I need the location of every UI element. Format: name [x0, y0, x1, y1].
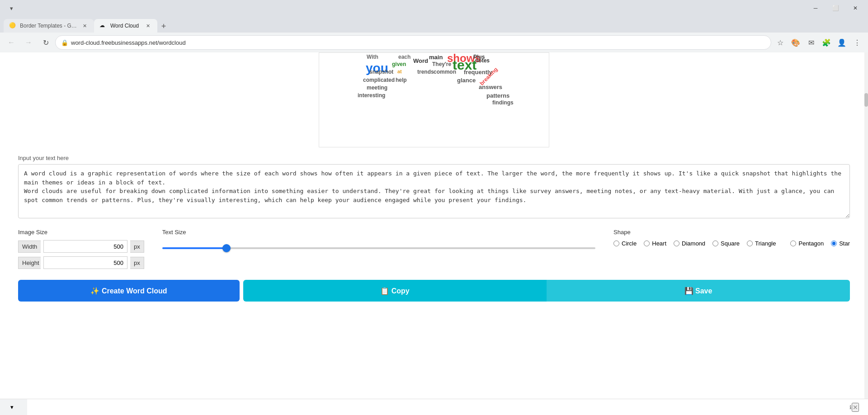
tab-word-cloud[interactable]: ☁ Word Cloud ✕ — [94, 19, 157, 33]
buttons-section: ✨ Create Word Cloud 📋 Copy 💾 Save — [18, 280, 850, 311]
bottom-bar: ▾ ℹ ✕ — [0, 399, 868, 415]
shape-radio-square[interactable] — [712, 241, 718, 246]
width-label: Width — [18, 241, 41, 253]
mail-icon-button[interactable]: ✉ — [804, 35, 818, 50]
width-input[interactable] — [43, 240, 127, 253]
reload-button[interactable]: ↻ — [38, 35, 53, 50]
new-tab-button[interactable]: + — [157, 20, 170, 33]
shape-option-circle[interactable]: Circle — [613, 240, 637, 247]
word-patterns: patterns — [486, 92, 509, 99]
maximize-button[interactable]: ⬜ — [826, 0, 844, 16]
shape-label-square: Square — [721, 240, 740, 247]
word-notes: notes — [475, 57, 490, 64]
save-button[interactable]: 💾 Save — [547, 280, 850, 302]
shape-radio-circle[interactable] — [613, 241, 619, 246]
shape-radio-pentagon[interactable] — [790, 241, 796, 246]
save-label: 💾 Save — [684, 287, 712, 295]
word-word: Word — [413, 57, 428, 64]
text-size-title: Text Size — [162, 229, 595, 236]
bookmark-button[interactable]: ☆ — [773, 35, 788, 50]
page-content: WitheachmainshowsPlusyougivenWordThey're… — [0, 52, 868, 415]
word-they're: They're — [432, 61, 451, 67]
controls-section: Image Size Width px Height px Text Size — [18, 220, 850, 280]
copy-label: 📋 Copy — [380, 287, 409, 295]
word-trends: trends — [417, 69, 434, 75]
back-button[interactable]: ← — [4, 35, 19, 50]
scrollbar[interactable] — [864, 52, 868, 415]
extensions-button[interactable]: 🎨 — [788, 35, 803, 50]
window-controls: ─ ⬜ ✕ — [807, 0, 864, 16]
shape-option-star[interactable]: Star — [831, 240, 850, 247]
word-glance: glance — [457, 77, 476, 84]
shape-option-pentagon[interactable]: Pentagon — [790, 240, 824, 247]
browser-chrome: ▾ ─ ⬜ ✕ 🟡 Border Templates - Google Slid… — [0, 0, 868, 52]
tab-favicon-1: 🟡 — [9, 22, 16, 29]
tab-close-1[interactable]: ✕ — [80, 22, 89, 30]
tab-favicon-2: ☁ — [99, 22, 107, 29]
shape-radio-triangle[interactable] — [747, 241, 753, 246]
address-bar-input[interactable] — [71, 39, 765, 46]
shape-option-triangle[interactable]: Triangle — [747, 240, 776, 247]
text-input-area[interactable] — [18, 164, 850, 218]
image-size-title: Image Size — [18, 229, 144, 236]
ad-close-button[interactable]: ✕ — [852, 403, 859, 412]
shape-section: Shape CircleHeartDiamondSquareTrianglePe… — [613, 229, 850, 247]
word-each: each — [398, 54, 410, 60]
shape-option-diamond[interactable]: Diamond — [674, 240, 705, 247]
height-row: Height px — [18, 256, 144, 269]
word-main: main — [429, 54, 443, 61]
wordcloud-preview: WitheachmainshowsPlusyougivenWordThey're… — [18, 52, 850, 147]
tab-close-2[interactable]: ✕ — [144, 22, 152, 30]
word-interesting: interesting — [358, 92, 385, 99]
shape-option-square[interactable]: Square — [712, 240, 740, 247]
slider-container — [162, 240, 595, 254]
title-bar-left: ▾ — [4, 0, 19, 16]
word-common: common — [434, 69, 456, 75]
tab-border-templates[interactable]: 🟡 Border Templates - Google Slid ✕ — [4, 19, 94, 33]
height-label: Height — [18, 257, 41, 269]
copy-save-container: 📋 Copy 💾 Save — [243, 280, 850, 302]
shape-label-star: Star — [839, 240, 850, 247]
word-meeting: meeting — [367, 85, 387, 91]
create-wordcloud-button[interactable]: ✨ Create Word Cloud — [18, 280, 240, 302]
bottom-toggle-button[interactable]: ▾ — [5, 401, 18, 414]
tab-title-1: Border Templates - Google Slid — [20, 23, 77, 29]
word-at: at — [397, 69, 402, 74]
profile-button[interactable]: 👤 — [835, 35, 849, 50]
input-section: Input your text here — [18, 147, 850, 220]
forward-button[interactable]: → — [21, 35, 36, 50]
title-bar: ▾ ─ ⬜ ✕ — [0, 0, 868, 16]
tab-menu-button[interactable]: ▾ — [4, 0, 19, 16]
tab-title-2: Word Cloud — [110, 23, 140, 29]
text-size-slider[interactable] — [162, 247, 595, 249]
tabs-bar: 🟡 Border Templates - Google Slid ✕ ☁ Wor… — [0, 16, 868, 33]
address-bar-container[interactable]: 🔒 — [55, 35, 771, 50]
shape-label-triangle: Triangle — [755, 240, 776, 247]
text-size-section: Text Size — [162, 229, 595, 254]
nav-bar: ← → ↻ 🔒 ☆ 🎨 ✉ 🧩 👤 ⋮ — [0, 33, 868, 52]
width-unit: px — [130, 241, 144, 253]
menu-button[interactable]: ⋮ — [850, 35, 864, 50]
shape-label-diamond: Diamond — [682, 240, 705, 247]
word-given: given — [392, 61, 406, 67]
width-row: Width px — [18, 240, 144, 253]
shape-options: CircleHeartDiamondSquareTrianglePentagon… — [613, 240, 850, 247]
height-input[interactable] — [43, 256, 127, 269]
scroll-thumb[interactable] — [864, 93, 868, 107]
shape-radio-diamond[interactable] — [674, 241, 679, 246]
shape-radio-heart[interactable] — [644, 241, 650, 246]
height-unit: px — [130, 257, 144, 269]
close-button[interactable]: ✕ — [846, 0, 864, 16]
shape-radio-star[interactable] — [831, 241, 837, 246]
word-answers: answers — [479, 84, 502, 90]
shape-option-heart[interactable]: Heart — [644, 240, 666, 247]
chevron-down-icon: ▾ — [10, 404, 14, 410]
wordcloud-canvas: WitheachmainshowsPlusyougivenWordThey're… — [319, 52, 549, 147]
word-snapshot: snapshot — [369, 69, 393, 75]
word-help: help — [396, 77, 407, 83]
copy-button[interactable]: 📋 Copy — [243, 280, 547, 302]
extensions-puzzle-button[interactable]: 🧩 — [819, 35, 834, 50]
minimize-button[interactable]: ─ — [807, 0, 825, 16]
ad-bar: ℹ ✕ — [27, 399, 868, 415]
shape-label-circle: Circle — [622, 240, 637, 247]
